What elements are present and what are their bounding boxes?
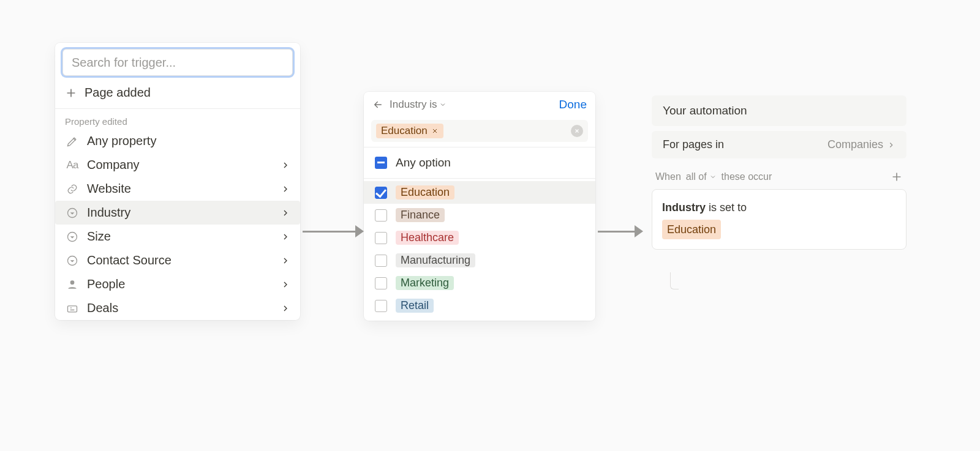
svg-rect-4 — [68, 305, 77, 311]
property-row-deals[interactable]: Deals — [55, 296, 300, 320]
text-icon: Aa — [67, 159, 78, 171]
property-label: Company — [87, 158, 273, 172]
trigger-rule-card[interactable]: Industry is set to Education — [652, 189, 907, 250]
person-icon — [66, 278, 78, 291]
when-mode-label: all of — [686, 171, 707, 182]
option-row-marketing[interactable]: Marketing — [364, 272, 595, 294]
property-row-website[interactable]: Website — [55, 177, 300, 201]
property-label: Contact Source — [87, 253, 273, 267]
checkbox[interactable] — [375, 300, 387, 312]
filter-crumb[interactable]: Industry is — [390, 99, 447, 111]
property-row-people[interactable]: People — [55, 272, 300, 296]
property-icon — [65, 207, 80, 219]
property-label: Size — [87, 229, 273, 244]
checkbox[interactable] — [375, 209, 387, 222]
chevron-down-icon — [439, 101, 447, 108]
option-label: Finance — [396, 208, 445, 222]
close-icon — [574, 128, 580, 134]
chevron-right-icon — [281, 280, 290, 289]
select-icon — [66, 255, 78, 267]
property-row-company[interactable]: AaCompany — [55, 153, 300, 177]
token-label: Education — [381, 125, 428, 137]
trigger-picker-panel: Page added Property edited Any propertyA… — [55, 43, 300, 320]
divider — [55, 108, 300, 109]
when-row: When all of these occur — [652, 171, 907, 189]
back-arrow-icon[interactable] — [372, 99, 383, 110]
trigger-page-added[interactable]: Page added — [55, 80, 300, 106]
when-suffix: these occur — [722, 171, 772, 182]
deals-icon — [66, 302, 78, 315]
checkbox[interactable] — [375, 232, 387, 244]
chevron-right-icon — [281, 304, 290, 313]
svg-point-3 — [70, 280, 75, 285]
link-icon — [66, 183, 78, 195]
automation-summary-panel: Your automation For pages in Companies W… — [652, 95, 907, 250]
rule-verb: is set to — [709, 201, 747, 214]
section-header: Property edited — [55, 111, 300, 129]
checkbox[interactable] — [375, 187, 387, 199]
clear-all-button[interactable] — [571, 125, 583, 137]
add-trigger-button[interactable] — [891, 171, 903, 183]
trigger-label: Page added — [85, 86, 151, 100]
option-label: Marketing — [396, 276, 454, 290]
property-icon — [65, 135, 80, 147]
option-label: Healthcare — [396, 231, 459, 245]
token-remove-icon[interactable] — [431, 127, 439, 135]
chevron-right-icon — [281, 256, 290, 266]
chevron-right-icon — [281, 232, 290, 242]
property-label: Deals — [87, 301, 273, 315]
chevron-right-icon — [281, 208, 290, 218]
property-icon — [65, 278, 80, 291]
property-label: Any property — [87, 134, 290, 148]
when-mode-chip[interactable]: all of — [686, 171, 717, 182]
divider — [364, 147, 595, 147]
divider — [364, 178, 595, 179]
property-label: People — [87, 277, 273, 291]
property-label: Website — [87, 182, 273, 196]
automation-title[interactable]: Your automation — [652, 95, 907, 126]
select-icon — [66, 231, 78, 243]
checkbox[interactable] — [375, 277, 387, 289]
for-pages-label: For pages in — [663, 138, 724, 151]
property-icon — [65, 302, 80, 315]
property-icon: Aa — [65, 159, 80, 171]
plus-icon — [65, 87, 77, 99]
property-icon — [65, 231, 80, 243]
property-icon — [65, 255, 80, 267]
property-label: Industry — [87, 206, 273, 220]
property-icon — [65, 183, 80, 195]
checkbox-indeterminate-icon — [375, 157, 387, 169]
any-option-label: Any option — [396, 156, 451, 170]
option-row-education[interactable]: Education — [364, 181, 595, 204]
property-row-size[interactable]: Size — [55, 225, 300, 248]
option-row-manufacturing[interactable]: Manufacturing — [364, 249, 595, 272]
chevron-down-icon — [709, 173, 717, 181]
property-row-industry[interactable]: Industry — [55, 201, 300, 225]
when-prefix: When — [655, 171, 681, 182]
checkbox[interactable] — [375, 255, 387, 267]
option-row-retail[interactable]: Retail — [364, 294, 595, 317]
any-option-row[interactable]: Any option — [364, 150, 595, 176]
select-icon — [66, 207, 78, 219]
tree-connector — [670, 272, 679, 289]
filter-header: Industry is Done — [364, 92, 595, 117]
done-button[interactable]: Done — [559, 98, 587, 111]
token-education: Education — [376, 124, 443, 138]
database-name: Companies — [827, 138, 883, 151]
search-input[interactable] — [62, 49, 293, 76]
rule-property: Industry — [662, 201, 706, 214]
edit-icon — [66, 135, 78, 147]
industry-filter-panel: Industry is Done Education Any option Ed… — [364, 92, 595, 321]
chevron-right-icon — [281, 184, 290, 194]
property-row-contact-source[interactable]: Contact Source — [55, 248, 300, 272]
automation-database-row[interactable]: For pages in Companies — [652, 131, 907, 158]
rule-value-tag: Education — [662, 220, 721, 240]
chevron-right-icon — [887, 141, 895, 149]
option-label: Manufacturing — [396, 253, 475, 267]
arrow-2 — [598, 225, 643, 237]
option-row-healthcare[interactable]: Healthcare — [364, 226, 595, 249]
property-row-any-property[interactable]: Any property — [55, 129, 300, 153]
selected-tokens: Education — [371, 120, 588, 142]
option-row-finance[interactable]: Finance — [364, 204, 595, 226]
chevron-right-icon — [281, 160, 290, 170]
